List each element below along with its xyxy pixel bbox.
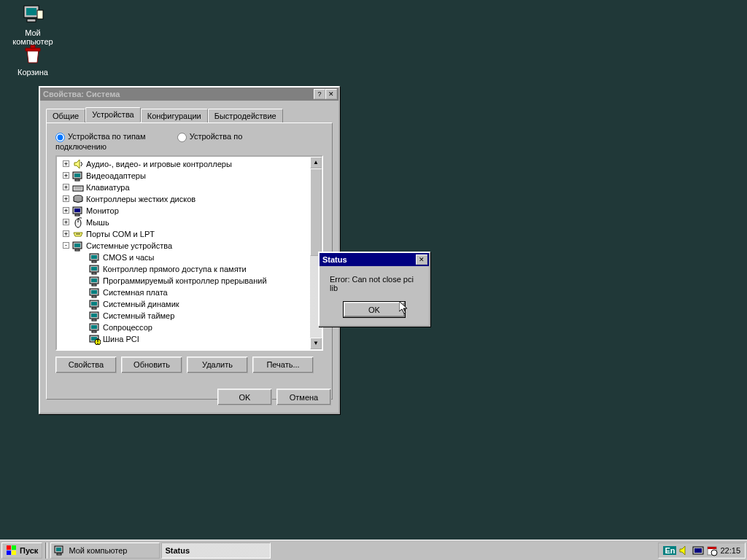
taskbar-task-status[interactable]: Status: [161, 542, 271, 559]
svg-rect-1: [26, 8, 36, 15]
windows-logo-icon: [6, 545, 18, 556]
svg-rect-42: [91, 325, 97, 329]
tray-volume-icon[interactable]: [678, 545, 690, 556]
scroll-up-button[interactable]: ▲: [310, 157, 322, 168]
tab-panel: Устройства по типам Устройства по подклю…: [46, 122, 333, 400]
svg-rect-39: [91, 314, 97, 317]
tab-general[interactable]: Общие: [46, 109, 85, 123]
tree-item-label: Программируемый контроллер прерываний: [103, 276, 267, 285]
tree-expander[interactable]: +: [63, 195, 69, 202]
tree-item[interactable]: +Аудио-, видео- и игровые контроллеры: [57, 158, 310, 170]
tree-item[interactable]: Сопроцессор: [57, 322, 310, 333]
tab-devices[interactable]: Устройства: [85, 107, 141, 122]
delete-button[interactable]: Удалить: [187, 357, 248, 373]
svg-rect-28: [92, 273, 96, 274]
tree-item[interactable]: Контроллер прямого доступа к памяти: [57, 263, 310, 275]
svg-rect-21: [74, 244, 80, 247]
tree-item[interactable]: +Монитор: [57, 205, 310, 217]
device-tree[interactable]: +Аудио-, видео- и игровые контроллеры+Ви…: [55, 155, 323, 351]
close-button[interactable]: ✕: [325, 89, 337, 99]
system-tray: En 22:15: [658, 542, 746, 559]
desktop-icon-my-computer[interactable]: Мой компьютер: [7, 3, 58, 47]
tab-performance[interactable]: Быстродействие: [208, 109, 283, 123]
tree-item[interactable]: +Контроллеры жестких дисков: [57, 193, 310, 205]
tree-item[interactable]: CMOS и часы: [57, 252, 310, 263]
device-category-icon: [72, 193, 84, 205]
svg-rect-33: [91, 290, 97, 294]
svg-rect-7: [75, 179, 80, 181]
recycle-bin-icon: [21, 42, 44, 66]
svg-point-17: [76, 233, 77, 235]
scroll-thumb[interactable]: [310, 168, 322, 256]
tree-expander[interactable]: +: [63, 230, 69, 237]
status-dialog-titlebar[interactable]: Status ✕: [320, 253, 429, 266]
tree-item[interactable]: Системный динамик: [57, 298, 310, 310]
cancel-button[interactable]: Отмена: [276, 389, 331, 405]
svg-rect-34: [92, 296, 96, 298]
tree-item-label: Сопроцессор: [103, 323, 152, 332]
refresh-button[interactable]: Обновить: [121, 357, 182, 373]
device-category-icon: [72, 182, 84, 193]
tree-item-label: Видеоадаптеры: [86, 171, 146, 180]
device-icon: [89, 298, 101, 310]
tree-item[interactable]: +Видеоадаптеры: [57, 170, 310, 182]
taskbar-task-my-computer[interactable]: Мой компьютер: [50, 542, 160, 559]
desktop-icon-label: Корзина: [16, 67, 50, 77]
tree-item[interactable]: Системная плата: [57, 287, 310, 298]
radio-by-connection-input[interactable]: [177, 133, 187, 142]
tree-expander[interactable]: +: [63, 184, 69, 190]
svg-rect-22: [75, 249, 80, 251]
svg-rect-43: [92, 331, 96, 332]
device-icon: [89, 252, 101, 263]
device-category-icon: [72, 240, 84, 252]
tree-item-label: CMOS и часы: [103, 253, 155, 262]
tree-item[interactable]: +Порты COM и LPT: [57, 228, 310, 240]
close-button[interactable]: ✕: [416, 254, 427, 265]
print-button[interactable]: Печать...: [252, 357, 314, 373]
svg-rect-30: [91, 279, 97, 282]
tree-expander[interactable]: +: [63, 219, 69, 225]
clock[interactable]: 22:15: [720, 546, 740, 555]
svg-rect-50: [7, 551, 11, 555]
tree-item[interactable]: !Шина PCI: [57, 333, 310, 345]
svg-rect-25: [92, 261, 96, 262]
tray-scheduler-icon[interactable]: [706, 545, 718, 556]
tree-expander[interactable]: +: [63, 160, 69, 167]
svg-rect-3: [37, 10, 43, 19]
tree-item[interactable]: +Мышь: [57, 217, 310, 228]
help-button[interactable]: ?: [314, 89, 325, 99]
radio-by-type[interactable]: Устройства по типам: [55, 132, 146, 141]
tree-item[interactable]: -Системные устройства: [57, 240, 310, 252]
svg-rect-49: [12, 545, 16, 550]
device-category-icon: [72, 228, 84, 240]
svg-rect-48: [7, 545, 11, 550]
dialog-message: Error: Can not close pci lib: [320, 266, 429, 301]
device-icon: [89, 322, 101, 333]
svg-rect-14: [75, 214, 80, 216]
ok-button[interactable]: OK: [217, 389, 272, 405]
ok-button[interactable]: OK: [343, 301, 406, 318]
svg-rect-54: [57, 553, 61, 555]
tree-expander[interactable]: +: [63, 172, 69, 179]
svg-rect-6: [74, 174, 80, 177]
tree-item[interactable]: Системный таймер: [57, 310, 310, 322]
desktop-icon-recycle-bin[interactable]: Корзина: [7, 42, 58, 77]
tree-expander[interactable]: +: [63, 207, 69, 214]
tree-item[interactable]: Программируемый контроллер прерываний: [57, 275, 310, 287]
svg-rect-37: [92, 308, 96, 309]
tray-display-icon[interactable]: [692, 545, 704, 556]
tree-item[interactable]: +Клавиатура: [57, 182, 310, 193]
svg-rect-13: [74, 209, 80, 212]
system-properties-titlebar[interactable]: Свойства: Система ? ✕: [40, 88, 338, 101]
start-button[interactable]: Пуск: [1, 542, 42, 559]
scroll-down-button[interactable]: ▼: [310, 338, 322, 349]
tab-configurations[interactable]: Конфигурации: [141, 109, 208, 123]
tree-expander[interactable]: -: [63, 242, 69, 249]
language-indicator[interactable]: En: [663, 546, 676, 555]
tree-item-label: Системные устройства: [86, 241, 172, 250]
svg-rect-53: [56, 548, 61, 551]
tree-item-label: Контроллеры жестких дисков: [86, 195, 196, 203]
properties-button[interactable]: Свойства: [55, 357, 117, 373]
tree-item-label: Мышь: [86, 218, 109, 227]
radio-by-type-input[interactable]: [55, 133, 65, 142]
